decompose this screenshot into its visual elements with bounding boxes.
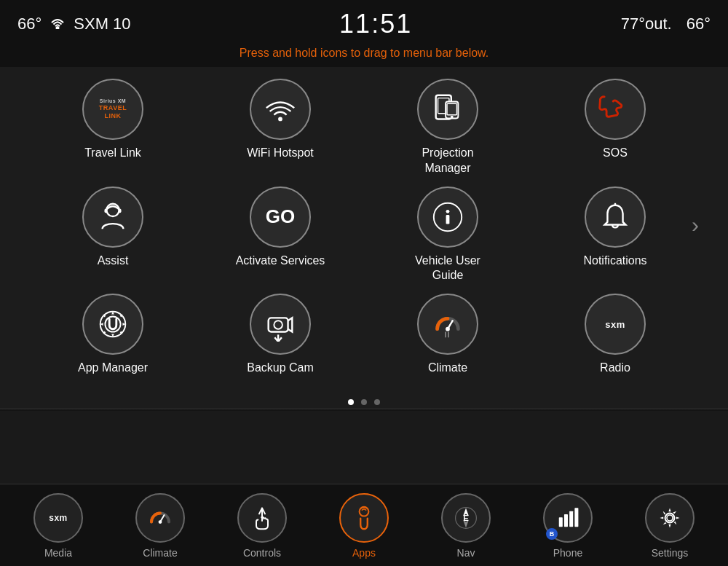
svg-rect-28 <box>559 517 563 527</box>
media-label: Media <box>44 547 72 559</box>
sos-label: SOS <box>603 146 628 161</box>
radio-sxm-icon: sxm <box>585 294 646 355</box>
svg-point-0 <box>57 27 59 29</box>
pagination-dot-3[interactable] <box>374 399 380 405</box>
time-display: 11:51 <box>339 9 412 39</box>
pagination-dot-2[interactable] <box>361 399 367 405</box>
projection-icon <box>417 79 478 140</box>
app-item-app-manager[interactable]: App Manager <box>55 294 171 376</box>
svg-rect-8 <box>104 208 107 213</box>
app-item-sos[interactable]: SOS <box>557 79 673 161</box>
svg-rect-12 <box>446 215 450 224</box>
app-item-travel-link[interactable]: Sirius XM TRAVEL LINK Travel Link <box>55 79 171 161</box>
radio-signal-icon <box>49 15 66 34</box>
app-item-wifi-hotspot[interactable]: WiFi Hotspot <box>222 79 339 161</box>
svg-rect-9 <box>119 208 122 213</box>
bottom-item-media[interactable]: sxm Media <box>22 493 95 559</box>
app-item-notifications[interactable]: Notifications <box>557 186 673 269</box>
settings-icon <box>645 493 695 543</box>
app-item-projection-manager[interactable]: Projection Manager <box>389 79 506 176</box>
svg-point-6 <box>451 116 454 119</box>
instruction-text: Press and hold icons to drag to menu bar… <box>240 47 488 59</box>
app-row-1: Sirius XM TRAVEL LINK Travel Link WiFi H… <box>29 79 699 176</box>
pagination-dots <box>0 393 728 408</box>
svg-rect-29 <box>564 514 568 527</box>
media-sxm-text: sxm <box>49 513 68 523</box>
climate-app-icon <box>417 294 478 355</box>
phone-label: Phone <box>553 547 582 559</box>
travel-link-icon: Sirius XM TRAVEL LINK <box>82 79 143 140</box>
assist-label: Assist <box>98 253 129 269</box>
app-row-3: App Manager Backup Cam <box>29 294 699 376</box>
activate-services-icon: GO <box>250 186 311 248</box>
bottom-item-controls[interactable]: Controls <box>226 493 298 559</box>
sos-icon <box>585 79 646 140</box>
app-item-radio[interactable]: sxm Radio <box>557 294 673 376</box>
bottom-bar: sxm Media Climate Controls <box>0 484 728 566</box>
instruction-bar: Press and hold icons to drag to menu bar… <box>0 44 728 67</box>
app-grid: Sirius XM TRAVEL LINK Travel Link WiFi H… <box>0 67 728 393</box>
app-item-assist[interactable]: Assist <box>55 186 171 269</box>
climate-bottom-icon <box>135 493 185 543</box>
svg-point-1 <box>278 117 282 122</box>
app-item-vehicle-user-guide[interactable]: Vehicle User Guide <box>389 186 506 284</box>
status-left: 66° SXM 10 <box>17 15 131 34</box>
controls-icon <box>237 493 287 543</box>
vehicle-guide-label: Vehicle User Guide <box>415 253 480 284</box>
sxm-badge-text: sxm <box>605 319 625 330</box>
assist-icon <box>82 186 143 248</box>
svg-rect-31 <box>574 508 578 527</box>
temp-right: 66° <box>687 15 711 34</box>
wifi-hotspot-label: WiFi Hotspot <box>247 146 314 161</box>
svg-text:E: E <box>463 514 469 522</box>
svg-point-33 <box>667 515 673 521</box>
svg-rect-30 <box>569 511 573 527</box>
climate-bottom-label: Climate <box>143 547 177 559</box>
nav-label: Nav <box>457 547 475 559</box>
svg-point-11 <box>446 210 450 213</box>
station-label: SXM 10 <box>74 15 130 34</box>
radio-label: Radio <box>600 361 630 376</box>
phone-icon: B <box>543 493 593 543</box>
controls-label: Controls <box>243 547 281 559</box>
app-item-activate-services[interactable]: GO Activate Services <box>222 186 339 269</box>
next-page-arrow[interactable]: › <box>692 213 699 237</box>
svg-point-17 <box>274 321 282 329</box>
media-icon: sxm <box>33 493 83 543</box>
bottom-item-settings[interactable]: Settings <box>633 493 706 559</box>
app-manager-label: App Manager <box>78 361 148 376</box>
backup-cam-label: Backup Cam <box>247 361 314 376</box>
bluetooth-badge: B <box>546 528 558 540</box>
svg-point-22 <box>159 520 162 524</box>
projection-manager-label: Projection Manager <box>422 146 473 176</box>
bottom-item-nav[interactable]: E Nav <box>430 493 502 559</box>
status-bar: 66° SXM 10 11:51 77°out. 66° <box>0 0 728 44</box>
go-text: GO <box>266 205 295 228</box>
bottom-item-phone[interactable]: B Phone <box>531 493 604 559</box>
travel-link-label: Travel Link <box>84 146 141 161</box>
notifications-label: Notifications <box>583 253 646 269</box>
bottom-item-apps[interactable]: Apps <box>328 493 400 559</box>
app-manager-icon <box>82 294 143 355</box>
apps-bottom-label: Apps <box>352 547 376 559</box>
activate-services-label: Activate Services <box>236 253 325 269</box>
vehicle-guide-icon <box>417 186 478 248</box>
wifi-icon <box>250 79 311 140</box>
apps-bottom-icon <box>339 493 389 543</box>
climate-app-label: Climate <box>428 361 467 376</box>
temp-left: 66° <box>17 15 41 34</box>
outside-temp: 77°out. <box>621 15 672 34</box>
pagination-dot-1[interactable] <box>348 399 354 405</box>
bottom-item-climate[interactable]: Climate <box>124 493 197 559</box>
app-item-backup-cam[interactable]: Backup Cam <box>222 294 339 376</box>
backup-cam-icon <box>250 294 311 355</box>
nav-icon: E <box>441 493 491 543</box>
app-item-climate[interactable]: Climate <box>389 294 506 376</box>
svg-point-20 <box>446 327 450 331</box>
app-row-2: Assist GO Activate Services Vehicle User… <box>29 186 699 284</box>
status-right: 77°out. 66° <box>621 15 711 34</box>
notifications-icon <box>585 186 646 248</box>
divider <box>0 408 728 411</box>
settings-label: Settings <box>652 547 689 559</box>
